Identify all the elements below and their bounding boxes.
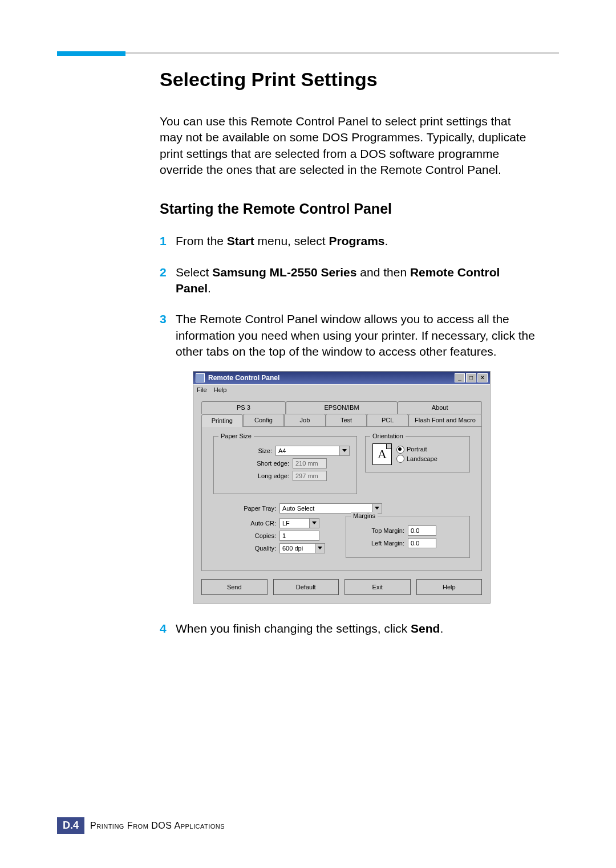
label-copies: Copies: xyxy=(213,532,279,540)
step-number: 1 xyxy=(160,233,167,249)
tab-flash[interactable]: Flash Font and Macro xyxy=(408,414,482,426)
close-button[interactable]: × xyxy=(477,373,488,382)
input-short-edge: 210 mm xyxy=(293,458,327,468)
titlebar: Remote Control Panel _ □ × xyxy=(193,372,490,384)
label-paper-tray: Paper Tray: xyxy=(213,504,279,513)
label-quality: Quality: xyxy=(213,544,279,553)
page-number-badge: D.4 xyxy=(57,817,84,834)
tab-row-front: Printing Config Job Test PCL Flash Font … xyxy=(201,414,482,426)
label-left-margin: Left Margin: xyxy=(353,539,408,548)
input-top-margin[interactable]: 0.0 xyxy=(408,525,436,536)
tab-content: Paper Size Size: A4 xyxy=(201,426,482,571)
chevron-down-icon xyxy=(309,519,319,528)
select-auto-cr[interactable]: LF xyxy=(279,518,319,528)
step-3: 3 The Remote Control Panel window allows… xyxy=(160,311,536,604)
input-left-margin[interactable]: 0.0 xyxy=(408,538,436,548)
label-landscape: Landscape xyxy=(407,455,437,463)
label-top-margin: Top Margin: xyxy=(353,527,408,535)
tab-test[interactable]: Test xyxy=(326,414,367,426)
label-size: Size: xyxy=(221,447,275,455)
orientation-icon: A xyxy=(372,443,392,465)
menubar: File Help xyxy=(193,384,490,396)
legend-paper-size: Paper Size xyxy=(218,432,254,441)
window-controls: _ □ × xyxy=(455,373,488,382)
input-copies[interactable]: 1 xyxy=(279,531,319,541)
menu-help[interactable]: Help xyxy=(214,386,227,394)
label-portrait: Portrait xyxy=(407,445,427,454)
intro-paragraph: You can use this Remote Control Panel to… xyxy=(160,113,536,178)
tab-printing[interactable]: Printing xyxy=(201,414,243,427)
select-size[interactable]: A4 xyxy=(275,446,350,456)
tab-config[interactable]: Config xyxy=(243,414,285,426)
menu-file[interactable]: File xyxy=(197,386,207,394)
step-1: 1 From the Start menu, select Programs. xyxy=(160,233,536,249)
chapter-title: Printing From DOS Applications xyxy=(90,821,225,831)
chevron-down-icon xyxy=(339,446,349,455)
tabs: PS 3 EPSON/IBM About Printing Config Job… xyxy=(201,401,482,571)
label-short-edge: Short edge: xyxy=(221,459,293,468)
help-button[interactable]: Help xyxy=(416,579,483,595)
input-long-edge: 297 mm xyxy=(293,471,327,481)
tab-pcl[interactable]: PCL xyxy=(367,414,408,426)
dialog-buttons: Send Default Exit Help xyxy=(201,579,482,595)
minimize-button[interactable]: _ xyxy=(455,373,465,382)
select-quality[interactable]: 600 dpi xyxy=(279,543,325,553)
legend-orientation: Orientation xyxy=(370,432,406,441)
header-accent xyxy=(57,51,125,56)
label-long-edge: Long edge: xyxy=(221,472,293,480)
step-number: 4 xyxy=(160,621,167,637)
radio-landscape[interactable] xyxy=(396,455,404,463)
page-title: Selecting Print Settings xyxy=(160,68,536,91)
legend-margins: Margins xyxy=(351,512,378,520)
tab-about[interactable]: About xyxy=(398,401,482,414)
tab-job[interactable]: Job xyxy=(284,414,326,426)
screenshot-dialog: Remote Control Panel _ □ × File Help xyxy=(193,371,491,604)
step-text: The Remote Control Panel window allows y… xyxy=(176,312,535,358)
step-number: 3 xyxy=(160,311,167,327)
steps-list: 1 From the Start menu, select Programs. … xyxy=(160,233,536,637)
group-paper-size: Paper Size Size: A4 xyxy=(213,436,357,494)
step-text: From the Start menu, select Programs. xyxy=(176,234,388,247)
step-text: Select Samsung ML-2550 Series and then R… xyxy=(176,266,500,295)
page-footer: D.4 Printing From DOS Applications xyxy=(57,817,225,834)
step-number: 2 xyxy=(160,264,167,280)
section-heading: Starting the Remote Control Panel xyxy=(160,201,536,217)
tab-epson[interactable]: EPSON/IBM xyxy=(286,401,398,414)
chevron-down-icon xyxy=(315,544,325,553)
app-icon xyxy=(196,373,205,382)
step-4: 4 When you finish changing the settings,… xyxy=(160,621,536,637)
group-margins: Margins Top Margin: 0.0 Left Margin: xyxy=(346,516,470,558)
exit-button[interactable]: Exit xyxy=(345,579,411,595)
header-rule xyxy=(57,52,559,54)
radio-portrait[interactable] xyxy=(396,446,404,454)
maximize-button[interactable]: □ xyxy=(466,373,476,382)
tab-ps3[interactable]: PS 3 xyxy=(201,401,286,414)
page-corner-icon xyxy=(386,444,391,449)
step-2: 2 Select Samsung ML-2550 Series and then… xyxy=(160,264,536,297)
step-text: When you finish changing the settings, c… xyxy=(176,622,443,635)
default-button[interactable]: Default xyxy=(273,579,339,595)
content-area: Selecting Print Settings You can use thi… xyxy=(160,51,536,637)
label-auto-cr: Auto CR: xyxy=(213,519,279,528)
window-title: Remote Control Panel xyxy=(208,373,279,382)
send-button[interactable]: Send xyxy=(201,579,268,595)
document-page: Selecting Print Settings You can use thi… xyxy=(0,0,616,868)
tab-row-back: PS 3 EPSON/IBM About xyxy=(201,401,482,414)
group-orientation: Orientation A xyxy=(365,436,470,472)
panel-body: PS 3 EPSON/IBM About Printing Config Job… xyxy=(193,396,490,603)
